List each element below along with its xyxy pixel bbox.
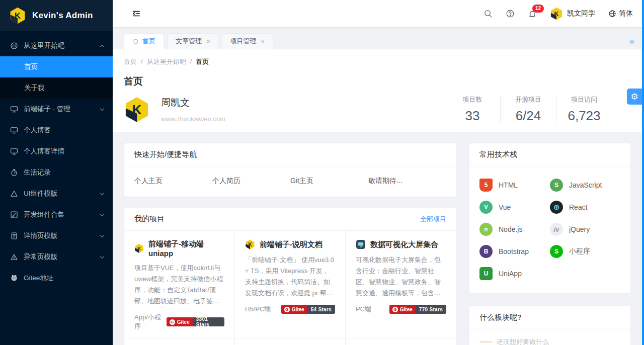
quick-link-homepage[interactable]: 个人主页	[134, 177, 212, 186]
view-all-projects-link[interactable]: 全部项目	[420, 215, 446, 224]
tech-stack-title: 常用技术栈	[469, 143, 630, 166]
smiley-icon	[10, 42, 18, 50]
warning-icon	[10, 253, 18, 261]
sidebar-item-dev-components[interactable]: 开发组件合集	[0, 204, 113, 225]
project-card-uniapp[interactable]: 前端铺子-移动端uniapp 项目基于VUE，使用colorUi与uview框架…	[124, 231, 235, 338]
gitee-logo-icon: G	[392, 307, 398, 312]
tab-articles[interactable]: 文章管理 ×	[167, 33, 219, 49]
html5-icon: 5	[479, 179, 493, 192]
page-title: 首页	[124, 75, 633, 88]
breadcrumb-separator: /	[141, 57, 143, 66]
jquery-icon: jQ	[550, 223, 563, 236]
chevron-down-icon	[100, 254, 104, 258]
quick-link-coming-soon: 敬请期待...	[368, 177, 446, 186]
stat-label: 项目数	[445, 95, 500, 104]
tech-label: UniApp	[499, 270, 522, 278]
sidebar-item-ui-templates[interactable]: UI组件模版	[0, 183, 113, 204]
profile-website[interactable]: www.zhoukaiwen.com	[161, 115, 225, 123]
app-title: Kevin's Admin	[32, 11, 93, 21]
breadcrumb-separator: /	[190, 57, 192, 66]
profile-logo	[124, 97, 150, 123]
sidebar-item-label: UI组件模版	[24, 189, 95, 198]
app-logo-row[interactable]: Kevin's Admin	[0, 0, 113, 31]
sidebar-item-start-here[interactable]: 从这里开始吧	[0, 35, 113, 56]
tech-label: jQuery	[569, 225, 590, 233]
tech-item-react: ⊛ React	[550, 197, 620, 218]
user-menu[interactable]: 凯文同学	[550, 7, 595, 20]
sidebar-item-frontend-shop-admin[interactable]: 前端铺子 · 管理	[0, 99, 113, 120]
lock-icon[interactable]	[628, 37, 636, 45]
dashboard-screen-icon	[356, 239, 366, 249]
project-tag: App/小程序	[134, 313, 167, 331]
sidebar: Kevin's Admin 从这里开始吧 首页 关于我 前端铺子 · 管理 个人…	[0, 0, 113, 345]
search-icon[interactable]	[484, 9, 493, 18]
sidebar-item-blog-detail[interactable]: 个人博客详情	[0, 141, 113, 162]
tech-item-miniprogram: S 小程序	[550, 241, 620, 262]
notification-badge: 12	[532, 5, 544, 13]
globe-icon	[608, 10, 616, 18]
project-card-dataviz[interactable]: 数据可视化大屏集合 可视化数据电子大屏集合，包含行业：金融行业、智慧社区、智慧物…	[346, 231, 456, 338]
help-icon[interactable]	[506, 9, 515, 18]
sidebar-item-error-templates[interactable]: 异常页模版	[0, 246, 113, 268]
sidebar-item-label: 生活记录	[24, 168, 104, 177]
refresh-icon[interactable]	[132, 38, 139, 45]
stat-value: 33	[445, 108, 500, 124]
close-icon[interactable]: ×	[261, 38, 265, 45]
monitor-icon	[10, 105, 18, 113]
chevron-down-icon	[100, 233, 104, 237]
breadcrumb-item[interactable]: 首页	[124, 57, 137, 66]
javascript-icon: S	[550, 179, 563, 192]
settings-gear-button[interactable]: ⚙	[627, 89, 642, 105]
project-card-docs[interactable]: 前端铺子-说明文档 「前端铺子·文档」 使用vue3.0 + TS，采用 Vit…	[235, 231, 346, 338]
gitee-stars-badge[interactable]: GGitee 3301 Stars	[167, 317, 224, 326]
app-logo-icon	[9, 7, 26, 24]
notifications-button[interactable]: 12	[528, 9, 537, 18]
react-icon: ⊛	[550, 201, 563, 214]
breadcrumb: 首页 / 从这里开始吧 / 首页	[124, 57, 633, 66]
sidebar-item-label: 首页	[24, 62, 104, 71]
gitee-logo-icon: G	[284, 307, 290, 312]
project-description: 可视化数据电子大屏集合，包含行业：金融行业、智慧社区、智慧物业、智慧政务、智慧交…	[356, 254, 446, 299]
tab-home[interactable]: 首页	[124, 33, 164, 49]
tech-label: Node.js	[499, 225, 522, 233]
project-description: 「前端铺子·文档」 使用vue3.0 + TS，采用 Vitepress 开发，…	[245, 254, 335, 299]
page-header: 首页 / 从这里开始吧 / 首页 首页 周凯文 www.zhoukaiwen.c…	[113, 49, 644, 132]
sidebar-item-home[interactable]: 首页	[0, 56, 113, 77]
content-left-column: 快速开始/便捷导航 个人主页 个人简历 Git主页 敬请期待... 我的项目 全…	[124, 143, 457, 345]
triangle-icon	[10, 190, 18, 198]
sidebar-item-gitee[interactable]: Gitee地址	[0, 268, 113, 289]
stat-visits: 项目访问 6,723	[556, 95, 612, 124]
project-title: 前端铺子-说明文档	[260, 240, 323, 249]
sidebar-item-personal-blog[interactable]: 个人博客	[0, 120, 113, 141]
miniprogram-icon: S	[550, 245, 563, 258]
settings-drawer-edge[interactable]	[642, 0, 644, 345]
quick-link-git[interactable]: Git主页	[290, 177, 368, 186]
breadcrumb-item[interactable]: 从这里开始吧	[147, 57, 186, 66]
tech-stack-list: 5 HTML S JavaScript V Vue ⊛ React	[469, 166, 630, 293]
tab-label: 首页	[142, 37, 155, 46]
sidebar-item-label: 个人博客	[24, 126, 104, 135]
stat-project-count: 项目数 33	[445, 95, 500, 124]
project-card-koala[interactable]: 考拉记账 - 热门应用 项目基于 vue 开发，完美支持...	[235, 338, 346, 345]
close-icon[interactable]: ×	[206, 38, 210, 45]
project-card-mall[interactable]: 易凯商城 - H5端 纯前端H5版本商城，页面涵盖...	[124, 338, 235, 345]
tech-item-vue: V Vue	[479, 197, 550, 218]
project-card-finance-site[interactable]: 小鼎财经科技官网 公司中因无外派需求量的大数据...	[346, 338, 456, 345]
gitee-stars-badge[interactable]: GGitee 770 Stars	[389, 305, 446, 314]
tech-label: Bootstrap	[499, 247, 529, 255]
vue-icon: V	[479, 201, 493, 214]
sidebar-fold-icon[interactable]	[132, 9, 141, 18]
gitee-stars-badge[interactable]: GGitee 54 Stars	[281, 305, 335, 314]
chevron-down-icon	[100, 191, 104, 195]
my-projects-header: 我的项目 全部项目	[124, 208, 456, 231]
construction-icon: ~~~~	[479, 338, 492, 345]
sidebar-item-life-record[interactable]: 生活记录	[0, 162, 113, 183]
sidebar-submenu: 首页 关于我	[0, 56, 113, 99]
sidebar-item-detail-templates[interactable]: 详情页模版	[0, 225, 113, 246]
tech-label: HTML	[499, 181, 518, 189]
tab-projects[interactable]: 项目管理 ×	[222, 33, 274, 49]
language-switcher[interactable]: 简体	[608, 9, 633, 18]
sidebar-item-about-me[interactable]: 关于我	[0, 77, 113, 99]
sidebar-menu: 从这里开始吧 首页 关于我 前端铺子 · 管理 个人博客 个人博客详情 生活记录	[0, 31, 113, 289]
quick-link-resume[interactable]: 个人简历	[212, 177, 290, 186]
